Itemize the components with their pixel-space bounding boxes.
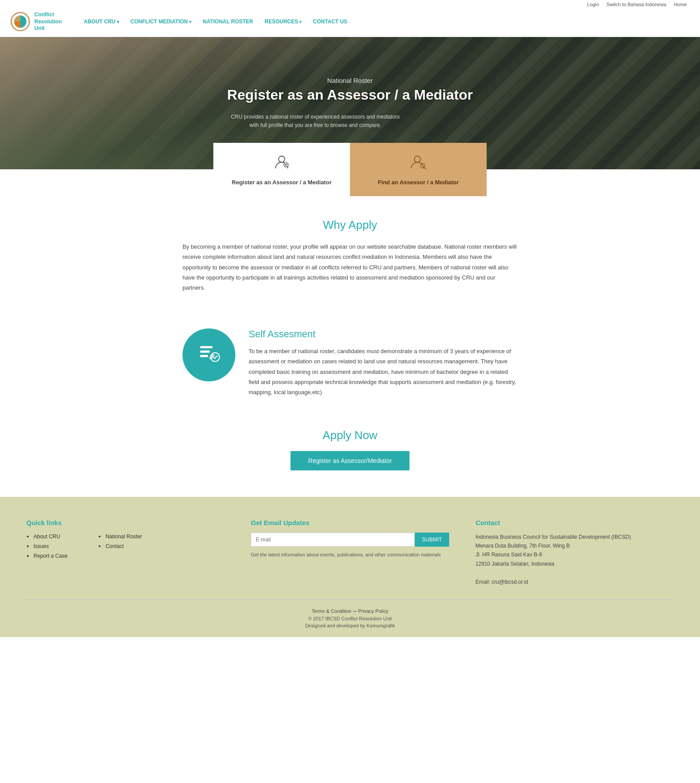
footer-bottom: Terms & Condition – Privacy Policy © 201… <box>26 600 674 628</box>
logo[interactable]: Conflict Resolution Unit <box>11 11 62 32</box>
footer-quicklinks-col1: About CRU Issues Report a Case <box>26 533 67 562</box>
footer-contact-col: Contact Indonesia Business Council for S… <box>476 519 674 586</box>
footer-about-cru-link[interactable]: About CRU <box>34 533 60 540</box>
svg-rect-8 <box>200 350 210 353</box>
privacy-link[interactable]: Privacy Policy <box>358 608 388 614</box>
register-icon <box>273 153 290 175</box>
hero-subtitle: National Roster <box>227 77 473 84</box>
login-link[interactable]: Login <box>587 2 599 7</box>
nav-resources[interactable]: RESOURCES <box>260 16 306 27</box>
email-input-row: SUBMIT <box>251 533 449 547</box>
self-assessment-title: Self Assesment <box>249 328 518 340</box>
footer-link-separator: – <box>353 607 358 614</box>
why-apply-body: By becoming a member of national roster,… <box>182 242 518 293</box>
svg-rect-9 <box>200 355 208 357</box>
footer-national-roster-link[interactable]: National Roster <box>105 533 142 540</box>
footer: Quick links About CRU Issues Report a Ca… <box>0 497 700 637</box>
footer-issues-link[interactable]: Issues <box>34 543 49 549</box>
footer-quicklinks-title: Quick links <box>26 519 224 526</box>
self-assessment-section: Self Assesment To be a member of nationa… <box>169 315 531 411</box>
footer-contact-link[interactable]: Contact <box>105 543 123 549</box>
footer-report-link[interactable]: Report a Case <box>34 553 67 559</box>
footer-contact-title: Contact <box>476 519 674 526</box>
register-assessor-button[interactable]: Register as Assessor/Mediator <box>290 451 410 470</box>
footer-contact-details: Indonesia Business Council for Sustainab… <box>476 533 674 586</box>
svg-point-4 <box>414 156 421 162</box>
footer-links-row: About CRU Issues Report a Case National … <box>26 533 224 562</box>
email-description: Get the latest information about events,… <box>251 551 449 559</box>
nav-about-cru[interactable]: ABOUT CRU <box>79 16 123 27</box>
find-card-label: Find an Assessor / a Mediator <box>378 179 459 186</box>
logo-circle <box>11 12 30 31</box>
footer-contact-email: Email: cru@ibcsd.or.id <box>476 578 674 586</box>
top-links-bar: Login Switch to Bahasa Indonesia Home <box>0 0 700 9</box>
logo-text: Conflict Resolution Unit <box>34 11 62 32</box>
hero-title: Register as an Assessor / a Mediator <box>227 87 473 103</box>
footer-quicklinks-col2: National Roster Contact <box>98 533 142 562</box>
hero-content: National Roster Register as an Assessor … <box>227 77 473 130</box>
nav-conflict-mediation[interactable]: CONFLICT MEDIATION <box>126 16 196 27</box>
find-card[interactable]: Find an Assessor / a Mediator <box>350 143 487 196</box>
apply-now-title: Apply Now <box>13 429 687 442</box>
nav-contact-us[interactable]: CONTACT US <box>309 16 352 27</box>
cards-row: Register as an Assessor / a Mediator Fin… <box>0 143 700 196</box>
footer-bottom-links: Terms & Condition – Privacy Policy <box>26 607 674 614</box>
self-assessment-body: To be a member of national roster, candi… <box>249 346 518 398</box>
self-assessment-content: Self Assesment To be a member of nationa… <box>249 328 518 398</box>
why-apply-section: Why Apply By becoming a member of nation… <box>169 196 531 315</box>
footer-quicklinks-col: Quick links About CRU Issues Report a Ca… <box>26 519 224 586</box>
nav-national-roster[interactable]: NATIONAL ROSTER <box>198 16 257 27</box>
terms-link[interactable]: Terms & Condition <box>312 608 351 614</box>
footer-contact-address1: Menara Duta Building, 7th Floor, Wing B <box>476 541 674 550</box>
footer-contact-org: Indonesia Business Council for Sustainab… <box>476 533 674 541</box>
self-assessment-icon-wrap <box>182 328 235 381</box>
footer-contact-address3: 12910 Jakarta Selatan, Indonesia <box>476 559 674 568</box>
submit-email-button[interactable]: SUBMIT <box>415 533 449 547</box>
self-assessment-icon <box>196 339 222 370</box>
email-input[interactable] <box>251 533 415 547</box>
footer-top: Quick links About CRU Issues Report a Ca… <box>26 519 674 586</box>
footer-designed-by: Designed and developed by Komunigrafik <box>26 623 674 628</box>
hero-description: CRU provides a national roster of experi… <box>227 113 403 130</box>
footer-email-col: Get Email Updates SUBMIT Get the latest … <box>251 519 449 586</box>
nav-links: ABOUT CRU CONFLICT MEDIATION NATIONAL RO… <box>79 16 352 27</box>
switch-lang-link[interactable]: Switch to Bahasa Indonesia <box>607 2 666 7</box>
svg-point-0 <box>279 156 285 162</box>
apply-now-section: Apply Now Register as Assessor/Mediator <box>0 411 700 497</box>
main-navbar: Conflict Resolution Unit ABOUT CRU CONFL… <box>0 9 700 37</box>
why-apply-title: Why Apply <box>182 218 518 232</box>
footer-copyright: © 2017 IBCSD Conflict Resolution Unit <box>26 616 674 621</box>
footer-email-title: Get Email Updates <box>251 519 449 526</box>
register-card[interactable]: Register as an Assessor / a Mediator <box>213 143 350 196</box>
home-link[interactable]: Home <box>674 2 687 7</box>
svg-rect-7 <box>200 346 212 348</box>
svg-line-6 <box>424 168 426 169</box>
footer-contact-address2: Jl. HR Rasuna Said Kav B-9 <box>476 550 674 559</box>
logo-circle-inner <box>14 15 26 28</box>
register-card-label: Register as an Assessor / a Mediator <box>232 179 331 186</box>
find-icon <box>410 153 427 175</box>
